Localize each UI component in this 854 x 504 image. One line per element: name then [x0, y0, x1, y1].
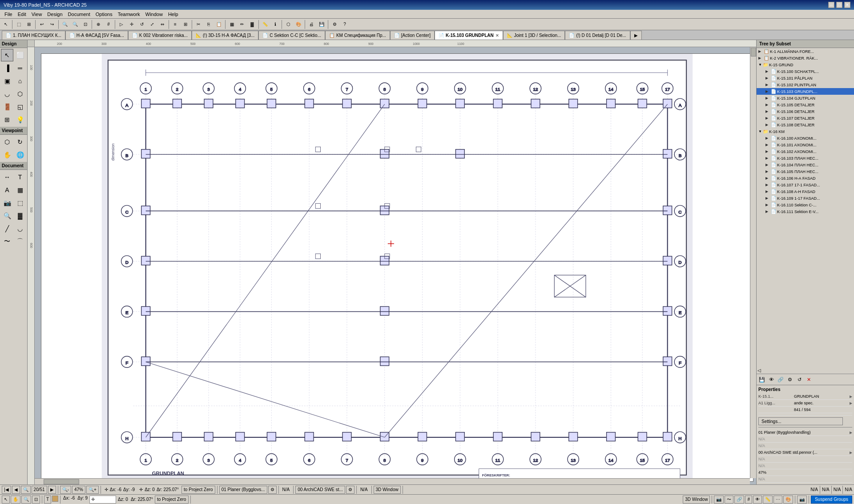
tab-sektion-cc[interactable]: 📄 C Sektion C-C [C Sektio...	[258, 31, 325, 40]
status-camera-btn[interactable]: 📷	[714, 496, 724, 504]
tab-vibrationer[interactable]: 📄 K 002 Vibrationer riska...	[128, 31, 192, 40]
tool-detail[interactable]: 🔍	[1, 210, 13, 222]
tool-settings[interactable]: ⚙	[330, 20, 339, 29]
prop-arrow-2[interactable]: ▶	[850, 401, 852, 405]
layer-icon-2[interactable]: ⚙	[346, 486, 354, 494]
tree-item-k2[interactable]: 📋 K-2 VIBRATIONER. RÄK...	[757, 55, 854, 61]
tool-text[interactable]: T	[14, 171, 26, 183]
tool-plan[interactable]: ⬚	[14, 20, 24, 29]
tool-mesh-icon[interactable]: ⬡	[14, 88, 26, 100]
tool-fill[interactable]: ▓	[247, 20, 257, 29]
tool-3d-view[interactable]: ⬡	[1, 136, 13, 148]
tree-item-k15106[interactable]: 📄 K-15.106 DETALJER	[757, 108, 854, 115]
layer-icon-1[interactable]: ⚙	[268, 486, 277, 494]
tool-arc-doc[interactable]: ◡	[14, 222, 26, 235]
tool-column-icon[interactable]: ▐	[1, 62, 13, 74]
menu-teamwork[interactable]: Teamwork	[115, 11, 143, 18]
suspend-groups-button[interactable]: Suspend Groups	[811, 496, 852, 504]
tool-zone[interactable]: ▦	[14, 184, 26, 196]
tool-3d[interactable]: ⬡	[283, 20, 293, 29]
tool-grid[interactable]: #	[104, 20, 113, 29]
tool-spline[interactable]: 〜	[1, 235, 13, 248]
tree-item-k16105[interactable]: 📄 K-16.105 ПЛАН НЕС...	[757, 168, 854, 175]
tool-globe[interactable]: 🌐	[14, 149, 26, 161]
prop-close-btn[interactable]: ✕	[804, 375, 813, 384]
prop-arrow-1[interactable]: ▶	[850, 395, 852, 399]
tree-item-k16103[interactable]: 📄 K-16.103 ПЛАН НЕС...	[757, 155, 854, 161]
tool-copy[interactable]: ⎘	[204, 20, 214, 29]
tree-item-k15105[interactable]: 📄 K-15.105 DETALJER	[757, 101, 854, 108]
tab-overflow[interactable]: ▶	[630, 31, 642, 40]
tool-drawing[interactable]: ⬚	[14, 197, 26, 209]
tree-item-k15[interactable]: ▼ 📁 K-15 GRUND	[757, 61, 854, 68]
nav-search-btn[interactable]: 🔍	[21, 486, 31, 494]
menu-options[interactable]: Options	[93, 11, 115, 18]
tool-render[interactable]: 🎨	[294, 20, 303, 29]
tree-item-k16101[interactable]: 📄 K-16.101 AXONOMI...	[757, 141, 854, 148]
tool-paste[interactable]: 📋	[214, 20, 224, 29]
nav-prev-btn[interactable]: ◀	[12, 486, 20, 494]
tool-undo[interactable]: ↩	[37, 20, 47, 29]
tree-item-k15108[interactable]: 📄 K-15.108 DETALJER	[757, 121, 854, 128]
tool-publish[interactable]: 🖨	[306, 20, 316, 29]
tool-scale[interactable]: ⤢	[147, 20, 157, 29]
tool-select[interactable]: ▷	[117, 20, 126, 29]
tool-align[interactable]: ≡	[170, 20, 180, 29]
status-grid2-btn[interactable]: #	[745, 496, 752, 504]
tree-item-k15101[interactable]: 📄 K-15.101 PÅLPLAN	[757, 75, 854, 81]
status-pan-btn[interactable]: ✋	[11, 496, 20, 504]
tree-item-k16104[interactable]: 📄 K-16.104 ПЛАН НЕС...	[757, 161, 854, 168]
tool-snap[interactable]: ⊕	[93, 20, 103, 29]
tab-d01-detalj[interactable]: 📄 (!) D 01 Detalj [D 01 De...	[565, 31, 630, 40]
tool-rotate[interactable]: ↺	[137, 20, 147, 29]
tab-close-button[interactable]: ✕	[495, 33, 499, 38]
prop-settings-btn[interactable]: ⚙	[786, 375, 794, 384]
status-render-btn[interactable]: 🎨	[783, 496, 793, 504]
tree-item-k16111[interactable]: 📄 K-16.111 Sektion E-V...	[757, 208, 854, 215]
tree-item-k16108[interactable]: 📄 K-16.108 A-H FASAD	[757, 188, 854, 195]
prop-save-btn[interactable]: 💾	[757, 375, 766, 384]
tab-joint-3d[interactable]: 📐 Joint 1 [3D / Selection...	[503, 31, 565, 40]
tree-item-k16107[interactable]: 📄 K-16.107 17-1 FASAD...	[757, 181, 854, 188]
tree-item-k15100[interactable]: 📄 K-15.100 SCHAKTPL...	[757, 68, 854, 75]
tool-label[interactable]: A	[1, 184, 13, 196]
tool-pan[interactable]: ✋	[1, 149, 13, 161]
tool-slab-icon[interactable]: ▣	[1, 75, 13, 87]
minimize-button[interactable]: ─	[828, 2, 834, 8]
status-color-swatch[interactable]	[52, 496, 58, 502]
tool-group[interactable]: ⊞	[181, 20, 190, 29]
tool-dimension[interactable]: ↔	[1, 171, 13, 183]
close-button[interactable]: ✕	[844, 2, 850, 8]
tool-window-icon[interactable]: ◱	[14, 101, 26, 113]
nav-start-btn[interactable]: |◀	[2, 486, 11, 494]
tool-zoom-in[interactable]: 🔍	[60, 20, 70, 29]
tree-item-k15104[interactable]: 📄 K-15.104 GJUTPLAN	[757, 95, 854, 101]
tool-layer[interactable]: ▦	[227, 20, 237, 29]
3d-window-btn[interactable]: 3D Window	[374, 486, 401, 494]
layer-arrow-1[interactable]: ▶	[850, 431, 852, 435]
menu-file[interactable]: File	[2, 11, 15, 18]
tool-line-doc[interactable]: ╱	[1, 222, 13, 235]
tree-item-k16102[interactable]: 📄 K-16.102 AXONOMI...	[757, 148, 854, 155]
menu-document[interactable]: Document	[65, 11, 93, 18]
menu-edit[interactable]: Edit	[15, 11, 29, 18]
maximize-button[interactable]: □	[836, 2, 842, 8]
tool-beam-icon[interactable]: ═	[14, 62, 26, 74]
tool-cut[interactable]: ✂	[193, 20, 203, 29]
tool-shell-icon[interactable]: ◡	[1, 88, 13, 100]
status-snap-btn[interactable]: T	[44, 496, 51, 504]
tool-lamp-icon[interactable]: 💡	[14, 113, 26, 126]
tool-mirror[interactable]: ⇔	[157, 20, 167, 29]
tab-km-spec[interactable]: 📋 KM Спецификация Пр...	[325, 31, 390, 40]
prop-link-btn[interactable]: 🔗	[776, 375, 785, 384]
tree-item-k16109[interactable]: 📄 K-16.109 1-17 FASAD...	[757, 195, 854, 202]
tool-camera[interactable]: 📷	[1, 197, 13, 209]
tab-action-center[interactable]: 📄 [Action Center]	[390, 31, 435, 40]
menu-help[interactable]: Help	[165, 11, 181, 18]
layer-display-2[interactable]: 00 ArchiCAD SWE st...	[295, 486, 345, 494]
tab-3d-fasad[interactable]: 📐 (!) 3D-15 Н-А ФАСАД [3...	[192, 31, 258, 40]
status-select-btn[interactable]: ↖	[2, 496, 10, 504]
tool-help[interactable]: ?	[340, 20, 350, 29]
scrollbar-horizontal[interactable]	[35, 478, 750, 484]
drawing-canvas[interactable]: 1 2 3 4 5 6 7 8 9 10 11 12 13	[41, 53, 753, 482]
